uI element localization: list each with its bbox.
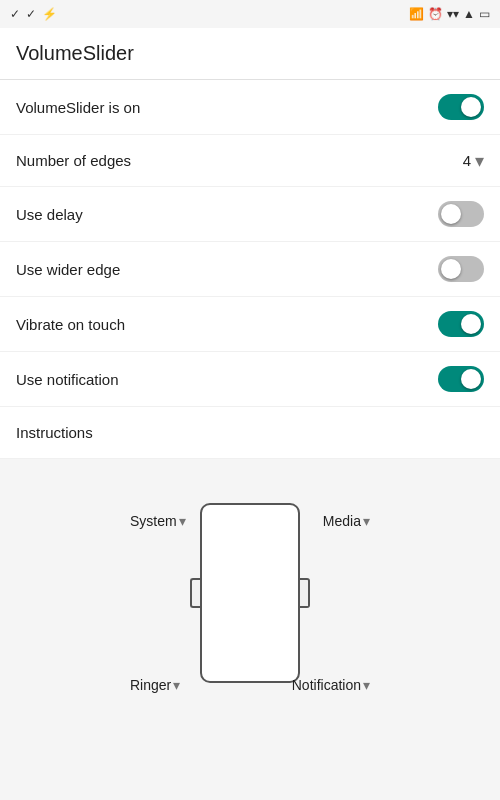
toggle-track-use-notification [438,366,484,392]
setting-label-volume-slider-on: VolumeSlider is on [16,99,140,116]
toggle-thumb-volume-slider-on [461,97,481,117]
setting-label-number-of-edges: Number of edges [16,152,131,169]
notification-label: Notification [292,677,361,693]
phone-diagram [200,503,300,683]
setting-row-use-notification: Use notification [0,352,500,407]
corner-bottom-left: Ringer ▾ [130,677,180,693]
setting-row-vibrate-on-touch: Vibrate on touch [0,297,500,352]
media-label: Media [323,513,361,529]
toggle-thumb-vibrate-on-touch [461,314,481,334]
toggle-thumb-use-wider-edge [441,259,461,279]
setting-row-use-wider-edge: Use wider edge [0,242,500,297]
wifi-icon: ▾▾ [447,7,459,21]
ringer-dropdown[interactable]: Ringer ▾ [130,677,180,693]
toggle-thumb-use-delay [441,204,461,224]
diagram-container: System ▾ Media ▾ Ringer ▾ Notifi [120,483,380,703]
signal-icon: ▲ [463,7,475,21]
toggle-volume-slider-on[interactable] [438,94,484,120]
check-icon-2: ✓ [26,7,36,21]
ringer-label: Ringer [130,677,171,693]
check-icon-1: ✓ [10,7,20,21]
setting-label-vibrate-on-touch: Vibrate on touch [16,316,125,333]
corner-top-right: Media ▾ [323,513,370,529]
toggle-use-delay[interactable] [438,201,484,227]
toggle-track-volume-slider-on [438,94,484,120]
setting-label-use-notification: Use notification [16,371,119,388]
system-label: System [130,513,177,529]
media-dropdown[interactable]: Media ▾ [323,513,370,529]
edges-dropdown[interactable]: 4 ▾ [463,150,484,172]
toggle-use-wider-edge[interactable] [438,256,484,282]
toggle-thumb-use-notification [461,369,481,389]
system-dropdown[interactable]: System ▾ [130,513,186,529]
edges-dropdown-arrow: ▾ [475,150,484,172]
phone-side-right [300,578,310,608]
settings-content: VolumeSlider is on Number of edges 4 ▾ U… [0,80,500,459]
setting-label-instructions: Instructions [16,424,93,441]
diagram-section: System ▾ Media ▾ Ringer ▾ Notifi [0,459,500,723]
status-left-icons: ✓ ✓ ⚡ [10,7,57,21]
bluetooth-icon: 📶 [409,7,424,21]
toggle-track-vibrate-on-touch [438,311,484,337]
toggle-use-notification[interactable] [438,366,484,392]
toggle-vibrate-on-touch[interactable] [438,311,484,337]
alarm-icon: ⏰ [428,7,443,21]
phone-side-left [190,578,200,608]
setting-row-instructions[interactable]: Instructions [0,407,500,459]
setting-row-number-of-edges: Number of edges 4 ▾ [0,135,500,187]
ringer-dropdown-arrow: ▾ [173,677,180,693]
corner-top-left: System ▾ [130,513,186,529]
system-dropdown-arrow: ▾ [179,513,186,529]
setting-row-volume-slider-on: VolumeSlider is on [0,80,500,135]
status-bar: ✓ ✓ ⚡ 📶 ⏰ ▾▾ ▲ ▭ [0,0,500,28]
notification-dropdown[interactable]: Notification ▾ [292,677,370,693]
setting-label-use-wider-edge: Use wider edge [16,261,120,278]
flash-icon: ⚡ [42,7,57,21]
battery-icon: ▭ [479,7,490,21]
corner-bottom-right: Notification ▾ [292,677,370,693]
app-bar: VolumeSlider [0,28,500,80]
edges-value-text: 4 [463,152,471,169]
toggle-track-use-wider-edge [438,256,484,282]
status-right-icons: 📶 ⏰ ▾▾ ▲ ▭ [409,7,490,21]
setting-row-use-delay: Use delay [0,187,500,242]
toggle-track-use-delay [438,201,484,227]
app-title: VolumeSlider [16,42,134,65]
notification-dropdown-arrow: ▾ [363,677,370,693]
media-dropdown-arrow: ▾ [363,513,370,529]
setting-label-use-delay: Use delay [16,206,83,223]
